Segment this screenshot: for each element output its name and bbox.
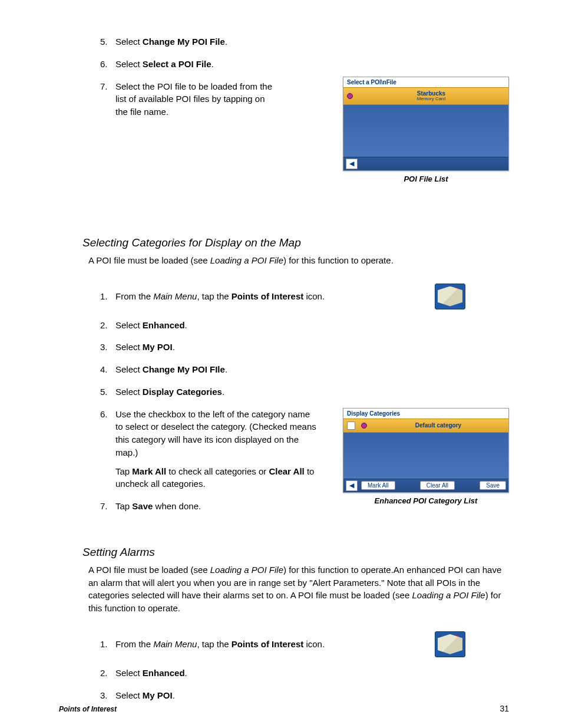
list-text: Select the POI file to be loaded from th… — [115, 80, 277, 118]
list-item: 2. Select Enhanced. — [100, 319, 465, 332]
list-item: 7. Tap Save when done. — [100, 500, 318, 513]
top-steps-block: 5. Select Change My POI File. 6. Select … — [59, 35, 509, 183]
figure-caption: Enhanced POI Category List — [343, 496, 509, 505]
list-item: 1. From the Main Menu, tap the Points of… — [100, 631, 465, 657]
ordered-list-categories: 1. From the Main Menu, tap the Points of… — [100, 284, 509, 522]
mini-list-row: Starbucks Memory Card — [343, 87, 508, 105]
top-steps-text: 5. Select Change My POI File. 6. Select … — [59, 35, 277, 128]
section-intro-categories: A POI file must be loaded (see Loading a… — [88, 254, 509, 267]
step6-text-col: 6. Use the checkbox to the left of the c… — [100, 408, 318, 522]
mini-footer-bar: ◀ Mark All Clear All Save — [343, 479, 508, 492]
ordered-list-top: 5. Select Change My POI File. 6. Select … — [100, 35, 277, 118]
list-text: From the Main Menu, tap the Points of In… — [115, 290, 428, 303]
list-number: 2. — [100, 667, 115, 680]
list-number: 5. — [100, 386, 115, 398]
list-item: 6. Select Select a POI File. — [100, 58, 277, 71]
ordered-list-alarms: 1. From the Main Menu, tap the Points of… — [100, 631, 509, 702]
save-button: Save — [480, 481, 506, 490]
mark-all-button: Mark All — [361, 481, 395, 490]
list-item: 3. Select My POI. — [100, 689, 465, 702]
section-heading-alarms: Setting Alarms — [82, 546, 509, 559]
list-text: Select My POI. — [115, 689, 465, 702]
mini-screenshot-categories: Display Categories Default category ◀ Ma… — [343, 408, 509, 493]
list-text: Select Enhanced. — [115, 319, 465, 332]
mini-title: Display Categories — [343, 409, 508, 419]
list-text: Select Change My POI FIle. — [115, 363, 465, 376]
list-item: 7. Select the POI file to be loaded from… — [100, 80, 277, 118]
page-footer: Points of Interest 31 — [59, 704, 509, 713]
poi-dot-icon — [347, 93, 353, 99]
poi-map-icon — [435, 631, 465, 657]
mini-body — [343, 105, 508, 157]
mini-row-label: Starbucks Memory Card — [358, 90, 505, 102]
mini-title: Select a POI\nFile — [343, 77, 508, 87]
mini-screenshot-poi-file: Select a POI\nFile Starbucks Memory Card… — [343, 77, 509, 171]
list-number: 6. — [100, 408, 115, 491]
section-intro-alarms: A POI file must be loaded (see Loading a… — [88, 564, 509, 615]
list-number: 3. — [100, 341, 115, 354]
figure-poi-file-list: Select a POI\nFile Starbucks Memory Card… — [343, 77, 509, 183]
list-text: Use the checkbox to the left of the cate… — [115, 408, 318, 491]
list-number: 7. — [100, 80, 115, 118]
back-icon: ◀ — [346, 480, 358, 491]
section-heading-categories: Selecting Categories for Display on the … — [82, 236, 509, 249]
mini-footer-bar: ◀ — [343, 157, 508, 170]
step6-with-figure: 6. Use the checkbox to the left of the c… — [100, 408, 509, 522]
list-number: 7. — [100, 500, 115, 513]
list-item: 3. Select My POI. — [100, 341, 465, 354]
figure-display-categories: Display Categories Default category ◀ Ma… — [343, 408, 509, 505]
list-item: 5. Select Display Categories. — [100, 386, 465, 398]
list-text: Select Select a POI File. — [115, 58, 277, 71]
poi-dot-icon — [361, 423, 367, 429]
clear-all-button: Clear All — [420, 481, 455, 490]
list-text: Select Display Categories. — [115, 386, 465, 398]
list-item: 1. From the Main Menu, tap the Points of… — [100, 284, 465, 309]
document-page: 5. Select Change My POI File. 6. Select … — [0, 0, 562, 728]
list-number: 5. — [100, 35, 115, 48]
list-number: 3. — [100, 689, 115, 702]
list-number: 1. — [100, 290, 115, 303]
back-icon: ◀ — [346, 159, 358, 169]
mini-row-label: Default category — [372, 422, 505, 429]
checkbox-icon — [347, 421, 355, 430]
list-text: From the Main Menu, tap the Points of In… — [115, 638, 428, 651]
list-item: 4. Select Change My POI FIle. — [100, 363, 465, 376]
list-item: 6. Use the checkbox to the left of the c… — [100, 408, 318, 491]
figure-caption: POI File List — [343, 174, 509, 183]
list-item: 2. Select Enhanced. — [100, 667, 465, 680]
list-number: 6. — [100, 58, 115, 71]
footer-section-title: Points of Interest — [59, 705, 117, 713]
list-number: 4. — [100, 363, 115, 376]
list-text: Tap Save when done. — [115, 500, 318, 513]
mini-list-row: Default category — [343, 419, 508, 433]
list-number: 2. — [100, 319, 115, 332]
list-item: 5. Select Change My POI File. — [100, 35, 277, 48]
poi-map-icon — [435, 284, 465, 309]
list-number: 1. — [100, 638, 115, 651]
mini-body — [343, 433, 508, 479]
list-text: Select Change My POI File. — [115, 35, 277, 48]
list-text: Select Enhanced. — [115, 667, 465, 680]
footer-page-number: 31 — [500, 704, 509, 713]
list-subtext: Tap Mark All to check all categories or … — [115, 465, 318, 491]
list-text: Select My POI. — [115, 341, 465, 354]
